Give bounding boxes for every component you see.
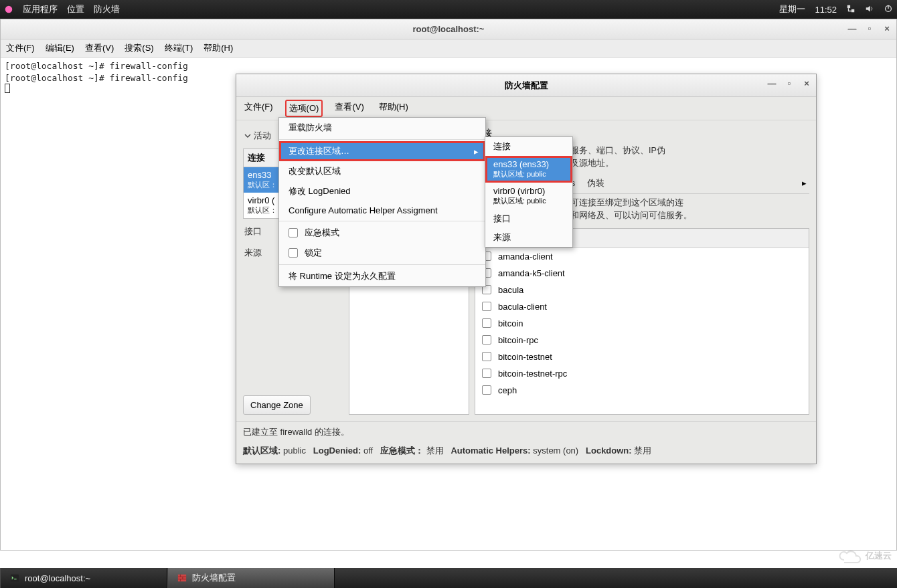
service-row[interactable]: amanda-client [475, 248, 809, 265]
chevron-right-icon: ▸ [474, 146, 479, 157]
tab-overflow-icon[interactable]: ▸ [802, 178, 809, 188]
checkbox[interactable] [482, 369, 491, 378]
service-row[interactable]: bitcoin-testnet [475, 349, 809, 365]
menu-auto-helper[interactable]: Configure Automatic Helper Assigment [279, 201, 485, 219]
connection-status: 已建立至 firewalld 的连接。 [236, 421, 816, 442]
services-list[interactable]: 服务 amanda-client amanda-k5-client bacula… [475, 228, 809, 415]
fw-menu-options[interactable]: 选项(O) [285, 100, 323, 117]
minimize-button[interactable]: — [847, 23, 858, 33]
weekday-label: 星期一 [779, 3, 805, 15]
cloud-icon [836, 548, 863, 564]
submenu-ens33[interactable]: ens33 (ens33) 默认区域: public [485, 156, 572, 183]
maximize-button[interactable]: ▫ [864, 23, 875, 33]
term-menu-help[interactable]: 帮助(H) [203, 42, 233, 54]
taskbar-terminal[interactable]: root@localhost:~ [0, 568, 167, 588]
menu-log-denied[interactable]: 修改 LogDenied [279, 181, 485, 201]
terminal-title: root@localhost:~ [413, 24, 485, 34]
menu-lockdown[interactable]: 锁定 [279, 243, 485, 263]
svg-rect-1 [847, 5, 850, 7]
fw-menu-help[interactable]: 帮助(H) [376, 100, 411, 117]
term-menu-edit[interactable]: 编辑(E) [46, 42, 74, 54]
network-icon[interactable] [846, 4, 855, 15]
fw-menu-file[interactable]: 文件(F) [242, 100, 276, 117]
apps-menu[interactable]: 应用程序 [23, 3, 58, 15]
menu-change-connection-zone[interactable]: 更改连接区域… ▸ [279, 141, 485, 161]
service-row[interactable]: bitcoin [475, 315, 809, 332]
menu-runtime-permanent[interactable]: 将 Runtime 设定为永久配置 [279, 266, 485, 286]
fw-menu-view[interactable]: 查看(V) [332, 100, 366, 117]
service-row[interactable]: bacula [475, 282, 809, 298]
taskbar-firewall[interactable]: 防火墙配置 [167, 568, 335, 588]
places-menu[interactable]: 位置 [67, 3, 84, 15]
system-bar: 应用程序 位置 防火墙 星期一 11:52 [0, 0, 897, 19]
firewall-icon [177, 573, 187, 583]
firewall-menu[interactable]: 防火墙 [94, 3, 120, 15]
svg-rect-5 [11, 575, 19, 582]
fw-minimize-button[interactable]: — [766, 78, 777, 88]
activities-icon[interactable] [4, 5, 13, 14]
terminal-titlebar: root@localhost:~ — ▫ × [1, 19, 896, 39]
submenu-sources[interactable]: 来源 [485, 228, 572, 247]
fw-maximize-button[interactable]: ▫ [784, 78, 795, 88]
checkbox[interactable] [482, 335, 491, 345]
menu-change-default-zone[interactable]: 改变默认区域 [279, 161, 485, 181]
service-row[interactable]: bacula-client [475, 298, 809, 315]
submenu-interfaces[interactable]: 接口 [485, 209, 572, 228]
terminal-cursor [5, 84, 10, 93]
volume-icon[interactable] [865, 4, 874, 15]
service-row[interactable]: amanda-k5-client [475, 265, 809, 282]
service-row[interactable]: ceph [475, 382, 809, 399]
tab-masquerade[interactable]: 伪装 [587, 177, 604, 189]
term-menu-terminal[interactable]: 终端(T) [165, 42, 193, 54]
term-menu-view[interactable]: 查看(V) [85, 42, 114, 54]
power-icon[interactable] [884, 4, 893, 15]
svg-point-0 [5, 6, 13, 13]
menu-panic-mode[interactable]: 应急模式 [279, 223, 485, 243]
svg-rect-2 [851, 9, 854, 11]
watermark-logo: 亿速云 [836, 548, 892, 564]
term-menu-search[interactable]: 搜索(S) [125, 42, 153, 54]
firewall-titlebar: 防火墙配置 — ▫ × [236, 74, 816, 97]
service-row[interactable]: bitcoin-testnet-rpc [475, 365, 809, 382]
checkbox[interactable] [482, 302, 491, 311]
change-zone-button[interactable]: Change Zone [243, 395, 311, 415]
term-menu-file[interactable]: 文件(F) [6, 42, 35, 54]
svg-rect-6 [178, 575, 186, 582]
footer-status: 默认区域: public LogDenied: off 应急模式： 禁用 Aut… [236, 442, 816, 464]
bindings-label: 活动 [254, 130, 271, 142]
clock-label: 11:52 [815, 5, 837, 15]
checkbox[interactable] [482, 318, 491, 328]
firewall-title: 防火墙配置 [505, 80, 548, 92]
checkbox[interactable] [482, 385, 491, 395]
connection-zone-submenu[interactable]: 连接 ens33 (ens33) 默认区域: public virbr0 (vi… [485, 136, 573, 248]
close-button[interactable]: × [882, 23, 892, 33]
chevron-down-icon [244, 132, 251, 139]
menu-reload[interactable]: 重载防火墙 [279, 118, 485, 138]
options-dropdown[interactable]: 重载防火墙 更改连接区域… ▸ 改变默认区域 修改 LogDenied Conf… [278, 117, 486, 287]
terminal-icon [10, 573, 19, 583]
service-row[interactable]: bitcoin-rpc [475, 332, 809, 349]
checkbox[interactable] [482, 352, 491, 361]
submenu-virbr0[interactable]: virbr0 (virbr0) 默认区域: public [485, 183, 572, 209]
fw-close-button[interactable]: × [801, 78, 812, 88]
taskbar[interactable]: root@localhost:~ 防火墙配置 [0, 568, 897, 588]
submenu-conn-label[interactable]: 连接 [485, 137, 572, 156]
terminal-menubar[interactable]: 文件(F) 编辑(E) 查看(V) 搜索(S) 终端(T) 帮助(H) [1, 39, 896, 58]
